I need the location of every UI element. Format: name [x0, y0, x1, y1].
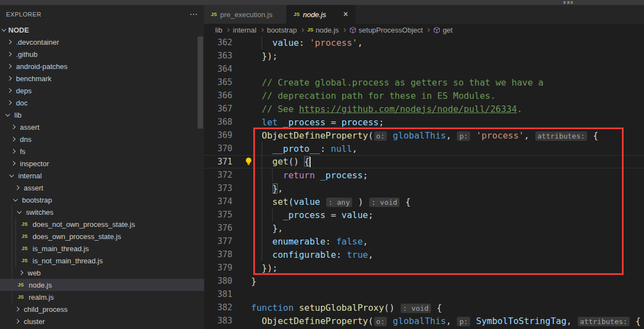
code-line-381[interactable]: 381	[204, 288, 644, 301]
line-content: let _process = process;	[232, 117, 384, 128]
code-line-383[interactable]: 383 ObjectDefineProperty(o: globalThis, …	[204, 314, 644, 327]
line-content: ObjectDefineProperty(o: globalThis, p: '…	[232, 130, 598, 141]
line-content: // deprecation path for these in ES Modu…	[232, 91, 496, 101]
breadcrumb-item-get[interactable]: get	[433, 26, 453, 34]
breadcrumb-item-setupprocessobject[interactable]: setupProcessObject	[349, 26, 423, 34]
close-icon[interactable]: ×	[342, 10, 349, 18]
code-line-369[interactable]: 369 ObjectDefineProperty(o: globalThis, …	[204, 129, 644, 142]
code-line-371[interactable]: 371 get() {	[204, 155, 644, 168]
tree-item-doc[interactable]: doc	[0, 97, 204, 109]
ellipsis-icon[interactable]: ⋯	[189, 12, 198, 17]
line-number: 382	[204, 303, 232, 312]
line-number: 370	[204, 144, 232, 153]
line-number: 368	[204, 117, 232, 127]
indent-guide	[262, 36, 262, 49]
code-editor[interactable]: 362 value: 'process',363 });364365 // Cr…	[204, 36, 644, 327]
tree-item-is-not-main-thread-js[interactable]: JSis_not_main_thread.js	[0, 254, 204, 267]
tree-item-child-process[interactable]: child_process	[0, 303, 204, 315]
chevron-right-icon	[19, 270, 23, 275]
tree-item-cluster[interactable]: cluster	[0, 315, 204, 327]
code-line-379[interactable]: 379 });	[204, 261, 644, 274]
comment-link[interactable]: https://github.com/nodejs/node/pull/2633…	[299, 104, 517, 114]
tree-item-realm-js[interactable]: JSrealm.js	[0, 291, 204, 303]
code-line-382[interactable]: 382function setupGlobalProxy() : void {	[204, 301, 644, 314]
line-content: // See https://github.com/nodejs/node/pu…	[232, 104, 522, 114]
code-line-370[interactable]: 370 __proto__: null,	[204, 142, 644, 155]
line-content: // Create global.process as getters so t…	[232, 77, 544, 88]
tree-item-android-patches[interactable]: android-patches	[0, 60, 204, 72]
tree-item-deps[interactable]: deps	[0, 84, 204, 97]
tree-item-dns[interactable]: dns	[0, 133, 204, 145]
tab-node-js[interactable]: JSnode.js×	[287, 5, 355, 24]
tree-item-benchmark[interactable]: benchmark	[0, 72, 204, 84]
line-number: 366	[204, 91, 232, 100]
tree-item-assert[interactable]: assert	[0, 121, 204, 133]
tree-item--github[interactable]: .github	[0, 48, 204, 60]
code-line-377[interactable]: 377 enumerable: false,	[204, 235, 644, 248]
code-line-367[interactable]: 367 // See https://github.com/nodejs/nod…	[204, 102, 644, 115]
tree-item-node-js[interactable]: JSnode.js	[0, 279, 204, 291]
tree-item-does-not-own-process-state-js[interactable]: JSdoes_not_own_process_state.js	[0, 218, 204, 230]
breadcrumb-item-bootstrap[interactable]: bootstrap	[267, 26, 297, 34]
code-line-362[interactable]: 362 value: 'process',	[204, 36, 644, 49]
tree-item-fs[interactable]: fs	[0, 145, 204, 157]
line-number: 383	[204, 316, 232, 326]
breadcrumb-item-node-js[interactable]: JSnode.js	[307, 26, 339, 34]
code-line-376[interactable]: 376 },	[204, 221, 644, 235]
code-line-368[interactable]: 368 let _process = process;	[204, 115, 644, 129]
chevron-down-icon	[17, 209, 22, 213]
code-line-374[interactable]: 374 set(value : any ) : void {	[204, 195, 644, 208]
code-line-375[interactable]: 375 _process = value;	[204, 208, 644, 221]
tree-item-web[interactable]: web	[0, 267, 204, 279]
tree-item-internal[interactable]: internal	[0, 169, 204, 182]
tree-item-lib[interactable]: lib	[0, 109, 204, 121]
tree-item-label: fs	[20, 147, 25, 156]
line-number: 378	[204, 250, 232, 259]
js-file-icon: JS	[307, 27, 313, 33]
breadcrumb: libinternalbootstrapJSnode.jssetupProces…	[204, 24, 644, 36]
breadcrumb-label: internal	[233, 26, 257, 34]
lightbulb-icon[interactable]	[244, 157, 253, 166]
code-line-363[interactable]: 363 });	[204, 49, 644, 62]
chevron-right-icon	[15, 319, 19, 323]
tab-pre-execution-js[interactable]: JSpre_execution.js	[204, 5, 287, 24]
tab-bar: JSpre_execution.jsJSnode.js×	[204, 5, 644, 24]
tree-item-inspector[interactable]: inspector	[0, 157, 204, 169]
line-content: _process = value;	[232, 210, 374, 220]
symbol-method-icon	[349, 26, 356, 34]
tree-indent-guide	[12, 206, 12, 303]
tree-item-switches[interactable]: switches	[0, 206, 204, 218]
code-line-364[interactable]: 364	[204, 62, 644, 76]
code-line-378[interactable]: 378 configurable: true,	[204, 248, 644, 261]
tree-item-is-main-thread-js[interactable]: JSis_main_thread.js	[0, 242, 204, 254]
chevron-right-icon	[7, 76, 12, 81]
code-line-372[interactable]: 372 return _process;	[204, 168, 644, 182]
tree-item-label: inspector	[20, 160, 49, 168]
chevron-down-icon	[13, 197, 18, 201]
text-cursor	[310, 157, 311, 167]
inlay-hint: attributes:	[535, 131, 587, 141]
breadcrumb-item-lib[interactable]: lib	[215, 26, 222, 34]
line-content: ObjectDefineProperty(o: globalThis, p: S…	[232, 316, 641, 326]
chevron-down-icon	[6, 112, 10, 116]
sidebar-scrollbar[interactable]	[198, 36, 203, 129]
chevron-right-icon	[11, 137, 15, 141]
tree-item-bootstrap[interactable]: bootstrap	[0, 194, 204, 206]
line-number: 379	[204, 263, 232, 273]
line-number: 380	[204, 276, 232, 286]
editor-group: JSpre_execution.jsJSnode.js× libinternal…	[204, 5, 644, 329]
js-file-icon: JS	[18, 294, 26, 300]
code-line-373[interactable]: 373 },	[204, 182, 644, 195]
titlebar	[0, 0, 644, 5]
tree-item-assert[interactable]: assert	[0, 182, 204, 194]
explorer-section-node[interactable]: NODE	[0, 24, 204, 36]
js-file-icon: JS	[294, 12, 300, 17]
code-line-380[interactable]: 380}	[204, 274, 644, 288]
code-line-365[interactable]: 365 // Create global.process as getters …	[204, 76, 644, 89]
code-line-366[interactable]: 366 // deprecation path for these in ES …	[204, 89, 644, 102]
breadcrumb-item-internal[interactable]: internal	[233, 26, 257, 34]
tree-item--devcontainer[interactable]: .devcontainer	[0, 36, 204, 48]
tree-item-does-own-process-state-js[interactable]: JSdoes_own_process_state.js	[0, 230, 204, 242]
explorer-header: EXPLORER ⋯	[0, 5, 204, 24]
line-content: __proto__: null,	[232, 144, 358, 154]
